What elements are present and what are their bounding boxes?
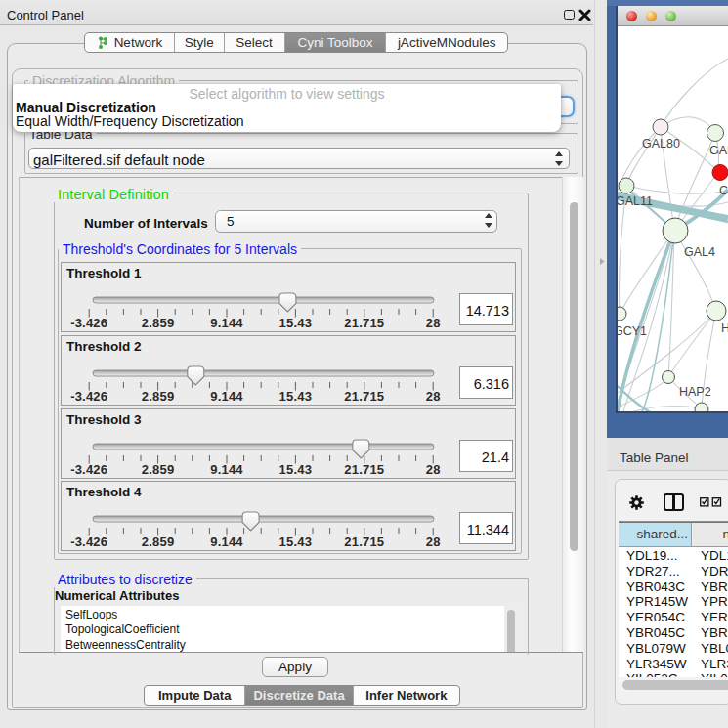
svg-text:HAP2: HAP2	[679, 385, 711, 399]
svg-text:GAL4: GAL4	[684, 245, 715, 259]
svg-text:C: C	[719, 184, 728, 197]
svg-text:GAL80: GAL80	[642, 137, 680, 150]
svg-text:GCY1: GCY1	[618, 324, 647, 338]
svg-text:GAL11: GAL11	[618, 194, 653, 208]
svg-text:H: H	[721, 321, 728, 335]
svg-text:GAL: GAL	[709, 144, 728, 157]
